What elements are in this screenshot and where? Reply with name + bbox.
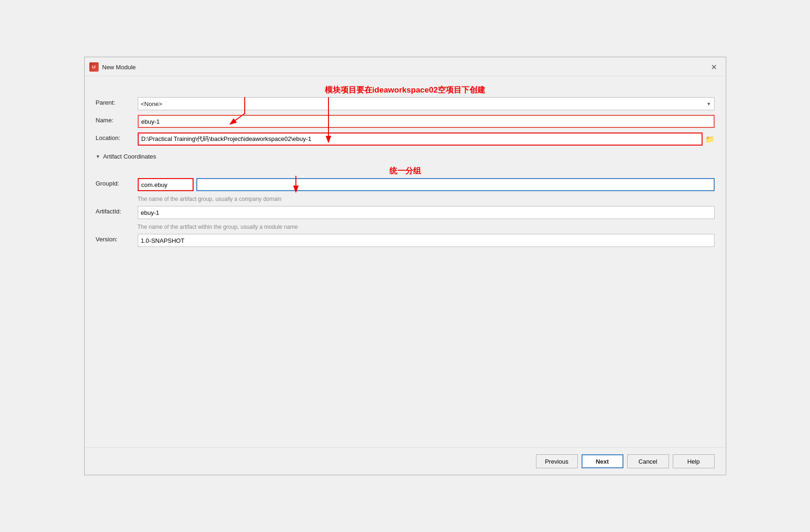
artifactid-row: ArtifactId: [96,206,715,219]
cancel-button[interactable]: Cancel [627,454,669,468]
name-label: Name: [96,115,138,124]
parent-label: Parent: [96,97,138,106]
title-bar: IJ New Module ✕ [85,57,726,76]
location-row: Location: 📁 [96,133,715,146]
help-button[interactable]: Help [673,454,715,468]
dropdown-arrow-icon: ▼ [707,101,711,106]
next-button[interactable]: Next [582,454,623,468]
groupid-input[interactable] [138,178,194,191]
bottom-bar: Previous Next Cancel Help [85,447,726,475]
artifactid-control [138,206,715,219]
groupid-label: GroupId: [96,178,138,187]
close-button[interactable]: ✕ [709,62,719,72]
artifactid-input[interactable] [138,206,715,219]
groupid-hint: The name of the artifact group, usually … [138,196,715,202]
name-control [138,115,715,128]
location-label: Location: [96,133,138,141]
parent-row: Parent: <None> ▼ [96,97,715,110]
dialog-title: New Module [102,64,705,71]
version-row: Version: [96,234,715,247]
section-toggle-icon[interactable]: ▼ [96,154,100,159]
location-input[interactable] [138,133,703,146]
app-icon: IJ [89,62,99,72]
parent-dropdown[interactable]: <None> ▼ [138,97,715,110]
parent-control: <None> ▼ [138,97,715,110]
groupid-row: GroupId: [96,178,715,191]
previous-button[interactable]: Previous [536,454,578,468]
artifact-section-header: ▼ Artifact Coordinates [96,153,715,160]
mid-annotation: 统一分组 [96,166,715,176]
folder-icon[interactable]: 📁 [705,135,715,144]
groupid-control [138,178,715,191]
version-input[interactable] [138,234,715,247]
dialog-content: 模块项目要在ideaworkspace02空项目下创建 Parent: <Non… [85,76,726,447]
artifactid-hint: The name of the artifact within the grou… [138,224,715,230]
new-module-dialog: IJ New Module ✕ 模块项目要在ideaworkspace02空项目… [84,57,726,475]
version-control [138,234,715,247]
name-input[interactable] [138,115,715,128]
version-label: Version: [96,234,138,243]
section-title: Artifact Coordinates [103,153,156,160]
location-control: 📁 [138,133,715,146]
artifactid-label: ArtifactId: [96,206,138,215]
name-row: Name: [96,115,715,128]
top-annotation: 模块项目要在ideaworkspace02空项目下创建 [96,85,715,95]
